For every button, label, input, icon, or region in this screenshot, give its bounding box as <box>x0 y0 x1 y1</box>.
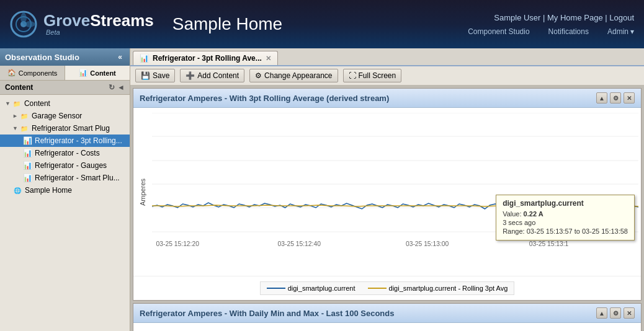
folder-icon: 📁 <box>19 111 29 121</box>
add-icon: ➕ <box>186 71 195 80</box>
admin-dropdown[interactable]: Admin ▾ <box>607 27 634 36</box>
tab-components[interactable]: 🏠 Components <box>0 66 65 80</box>
legend-line-blue <box>267 288 285 289</box>
chart-legend: digi_smartplug.current digi_smartplug.cu… <box>260 281 515 295</box>
content-area: 📊 Refrigerator - 3pt Rolling Ave... ✕ 💾 … <box>130 48 644 331</box>
chart-tooltip: digi_smartplug.current Value: 0.22 A 3 s… <box>496 195 635 241</box>
toolbar: 💾 Save ➕ Add Content ⚙ Change Appearance… <box>130 66 644 86</box>
logo-icon <box>10 11 37 38</box>
add-content-button[interactable]: ➕ Add Content <box>180 69 244 82</box>
tree-label: Refrigerator - 3pt Rolling... <box>35 136 122 145</box>
logo-beta: Beta <box>46 29 154 36</box>
svg-text:03-25 15:13:1: 03-25 15:13:1 <box>529 241 569 247</box>
chart-close-button-minmax[interactable]: ✕ <box>624 307 635 319</box>
tooltip-range: Range: 03-25 15:13:57 to 03-25 15:13:58 <box>503 227 628 235</box>
content-tab-icon: 📊 <box>79 69 87 77</box>
full-screen-button[interactable]: ⛶ Full Screen <box>343 69 402 82</box>
save-button[interactable]: 💾 Save <box>135 69 175 82</box>
component-studio-link[interactable]: Component Studio <box>468 27 529 36</box>
tree-label: Content <box>24 99 50 108</box>
chart-area-rolling: 1 0.8 0.6 0.4 0.2 0 03-25 15:12:20 <box>152 108 641 276</box>
full-screen-label: Full Screen <box>359 71 396 80</box>
svg-text:03-25 15:12:20: 03-25 15:12:20 <box>156 241 200 247</box>
chart-title-minmax: Refrigerator Amperes - With Daily Min an… <box>140 309 394 318</box>
chart-settings-button-minmax[interactable]: ⚙ <box>610 307 621 319</box>
toggle-icon: ▼ <box>5 100 11 107</box>
chart-minimize-button[interactable]: ▲ <box>596 92 607 104</box>
sidebar-content-header: Content ↻ ◄ <box>0 81 130 95</box>
sidebar-collapse2-button[interactable]: ◄ <box>117 83 125 92</box>
globe-icon: 🌐 <box>12 185 22 195</box>
appearance-icon: ⚙ <box>255 71 262 80</box>
sidebar-tabs: 🏠 Components 📊 Content <box>0 66 130 81</box>
logo-text: GroveStreams Beta <box>43 12 154 36</box>
change-appearance-button[interactable]: ⚙ Change Appearance <box>249 69 338 82</box>
tab-rolling[interactable]: 📊 Refrigerator - 3pt Rolling Ave... ✕ <box>133 51 278 65</box>
toggle-icon: ► <box>12 113 18 119</box>
chart-icon: 📊 <box>22 173 32 183</box>
chart-panel-minmax: Refrigerator Amperes - With Daily Min an… <box>133 303 642 331</box>
sidebar-item-ref-smart-plug[interactable]: 📊 Refrigerator - Smart Plu... <box>0 172 130 184</box>
sample-user-link[interactable]: Sample User <box>494 13 540 22</box>
save-label: Save <box>153 71 169 80</box>
components-icon: 🏠 <box>7 69 16 77</box>
sidebar-item-ref-rolling[interactable]: 📊 Refrigerator - 3pt Rolling... <box>0 135 130 147</box>
chart-legend-container: digi_smartplug.current digi_smartplug.cu… <box>133 276 641 300</box>
chart-panel-rolling: Refrigerator Amperes - With 3pt Rolling … <box>133 88 642 301</box>
tooltip-time-ago: 3 secs ago <box>503 219 628 226</box>
sidebar-title: Observation Studio <box>5 53 79 62</box>
svg-text:03-25 15:13:00: 03-25 15:13:00 <box>406 241 449 247</box>
tab-bar: 📊 Refrigerator - 3pt Rolling Ave... ✕ <box>130 48 644 66</box>
my-home-page-link[interactable]: My Home Page <box>547 13 603 22</box>
user-links: Sample User | My Home Page | Logout <box>468 13 634 22</box>
chart-body-minmax: Amperes 14 12 <box>133 323 641 331</box>
logo-streams: Streams <box>90 11 154 30</box>
sidebar-item-garage-sensor[interactable]: ► 📁 Garage Sensor <box>0 110 130 122</box>
sidebar-item-content-root[interactable]: ▼ 📁 Content <box>0 97 130 110</box>
tooltip-value: Value: 0.22 A <box>503 210 628 218</box>
tab-chart-icon: 📊 <box>140 54 149 63</box>
header-right: Sample User | My Home Page | Logout Comp… <box>468 13 634 36</box>
chart-icon: 📊 <box>22 136 32 146</box>
add-content-label: Add Content <box>197 71 239 80</box>
chart-body-rolling: Amperes 1 0.8 <box>133 108 641 276</box>
site-title: Sample Home <box>172 14 282 34</box>
chart-settings-button[interactable]: ⚙ <box>610 92 621 104</box>
logo-grove: Grove <box>43 11 90 30</box>
legend-label-rolling: digi_smartplug.current - Rolling 3pt Avg <box>389 285 508 292</box>
sidebar-item-sample-home[interactable]: 🌐 Sample Home <box>0 184 130 196</box>
sidebar-refresh-button[interactable]: ↻ <box>109 83 115 92</box>
logout-link[interactable]: Logout <box>609 13 634 22</box>
sidebar-collapse-button[interactable]: « <box>115 51 125 63</box>
admin-label: Admin <box>607 27 628 36</box>
app-header: GroveStreams Beta Sample Home Sample Use… <box>0 0 644 48</box>
tree-label: Refrigerator - Smart Plu... <box>35 174 120 182</box>
chart-minimize-button-minmax[interactable]: ▲ <box>596 307 607 319</box>
tab-content[interactable]: 📊 Content <box>65 66 130 80</box>
chart-y-label-minmax: Amperes <box>133 323 152 331</box>
chart-panel-header-minmax: Refrigerator Amperes - With Daily Min an… <box>133 304 641 323</box>
sidebar-header: Observation Studio « <box>0 48 130 66</box>
chart-controls-minmax: ▲ ⚙ ✕ <box>596 307 635 319</box>
chart-close-button[interactable]: ✕ <box>624 92 635 104</box>
notifications-link[interactable]: Notifications <box>548 27 589 36</box>
change-appearance-label: Change Appearance <box>264 71 332 80</box>
chart-controls: ▲ ⚙ ✕ <box>596 92 635 104</box>
folder-icon: 📁 <box>12 99 22 108</box>
nav-links: Component Studio Notifications Admin ▾ <box>468 27 634 36</box>
logo-name: GroveStreams <box>43 12 154 29</box>
charts-container: Refrigerator Amperes - With 3pt Rolling … <box>130 86 644 331</box>
sidebar-item-refrigerator-smart-plug[interactable]: ▼ 📁 Refrigerator Smart Plug <box>0 122 130 135</box>
sidebar-item-ref-gauges[interactable]: 📊 Refrigerator - Gauges <box>0 159 130 172</box>
fullscreen-icon: ⛶ <box>349 71 356 80</box>
legend-label-current: digi_smartplug.current <box>288 285 356 292</box>
sidebar-item-ref-costs[interactable]: 📊 Refrigerator - Costs <box>0 147 130 159</box>
chart-y-label-rolling: Amperes <box>133 108 152 276</box>
save-icon: 💾 <box>141 71 150 80</box>
chart-icon: 📊 <box>22 161 32 170</box>
admin-chevron-icon: ▾ <box>630 27 634 36</box>
legend-item-current: digi_smartplug.current <box>267 285 356 292</box>
chart-area-minmax: 14 12 <box>152 323 641 331</box>
legend-line-yellow <box>368 288 387 289</box>
tab-close-button[interactable]: ✕ <box>266 55 271 63</box>
